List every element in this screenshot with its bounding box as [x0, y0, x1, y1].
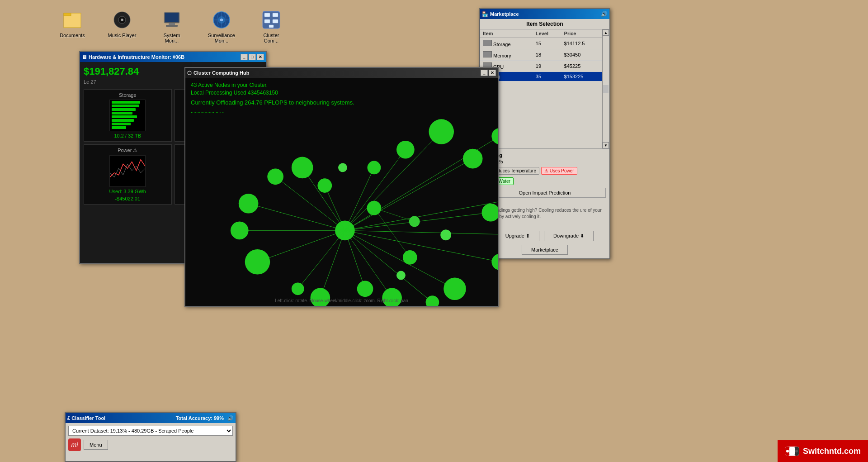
cluster-hint: Left-click: rotate. Mouse-wheel/middle-c… [275, 298, 408, 303]
svg-rect-19 [264, 19, 270, 23]
mp-cpu-price: $45225 [561, 61, 602, 72]
hw-storage-title: Storage [119, 92, 137, 98]
svg-point-5 [122, 19, 123, 21]
marketplace-downgrade-btn[interactable]: Downgrade ⬇ [544, 231, 594, 241]
marketplace-titlebar: 🏪 Marketplace 🔊 [480, 9, 609, 19]
hw-monitor-maximize[interactable]: □ [249, 54, 256, 60]
cluster-close[interactable]: ✕ [489, 70, 496, 76]
scroll-up-btn[interactable]: ▲ [603, 29, 609, 36]
cluster-content: 43 Active Nodes in your Cluster. Local P… [185, 78, 498, 306]
hw-power-card: Power ⚠ Used: 3.39 GWh -$45022.01 [84, 144, 172, 205]
svg-line-24 [345, 132, 441, 230]
svg-point-63 [292, 157, 313, 179]
svg-line-50 [320, 230, 345, 298]
svg-rect-9 [166, 25, 178, 27]
svg-point-57 [231, 221, 249, 239]
cluster-dots: .....................… [191, 108, 354, 114]
switchntd-label: Switchntd.com [803, 447, 861, 456]
svg-point-72 [396, 271, 406, 280]
desktop-icon-surveillance[interactable]: SurveillanceMon... [203, 9, 240, 43]
svg-point-51 [311, 288, 330, 306]
classifier-accuracy: Total Accuracy: 99% [176, 415, 224, 421]
mp-row-memory[interactable]: Memory 18 $30450 [480, 49, 602, 61]
marketplace-section-header: Item Selection [480, 19, 609, 29]
cluster-info: 43 Active Nodes in your Cluster. Local P… [191, 81, 354, 114]
svg-line-66 [374, 208, 414, 222]
hw-power-visual [109, 155, 146, 187]
cluster-title: Cluster Computing Hub [193, 70, 249, 76]
mp-page-indicator: 5 / ∞ [484, 200, 606, 205]
marketplace-title: Marketplace [490, 11, 519, 17]
mp-storage-name: Storage [480, 38, 533, 49]
svg-line-58 [249, 204, 345, 231]
hw-level-value: 27 [90, 79, 96, 85]
classifier-sound-icon[interactable]: 🔊 [227, 415, 234, 421]
mp-detail-tags-row2: Uses Water [484, 177, 606, 185]
marketplace-scrollbar[interactable]: ▲ ▼ [602, 29, 609, 148]
desktop-icons: Documents Music Player [0, 0, 344, 52]
svg-line-68 [374, 208, 410, 257]
mp-detail-description: eter readings getting high? Cooling redu… [484, 207, 606, 220]
classifier-menu-btn[interactable]: Menu [84, 440, 108, 450]
hw-monitor-controls: _ □ ✕ [241, 54, 264, 60]
svg-rect-20 [273, 19, 278, 23]
switchntd-badge: Switchntd.com [778, 440, 868, 462]
marketplace-btn[interactable]: Marketplace [522, 245, 568, 255]
mp-row-storage[interactable]: Storage 15 $14112.5 [480, 38, 602, 49]
mp-memory-level: 18 [533, 49, 561, 61]
desktop-icon-documents[interactable]: Documents [54, 9, 90, 43]
desktop-icon-music[interactable]: Music Player [104, 9, 140, 43]
classifier-header-right: Total Accuracy: 99% 🔊 [176, 415, 234, 421]
hw-storage-card: Storage 10.2 / 32 TB [84, 89, 172, 142]
mp-storage-level: 15 [533, 38, 561, 49]
svg-rect-8 [169, 23, 175, 25]
switch-logo-icon [785, 444, 799, 458]
marketplace-sound[interactable]: 🔊 [601, 11, 608, 17]
mp-detail-title: Cooling [484, 152, 606, 158]
svg-line-34 [345, 199, 498, 230]
hw-monitor-minimize[interactable]: _ [241, 54, 248, 60]
cluster-controls: _ ✕ [481, 70, 496, 76]
svg-line-32 [345, 167, 374, 230]
mp-detail-tags: ⬆ Reduces Temperature ⚠ Uses Power [484, 167, 606, 175]
svg-line-54 [257, 230, 344, 262]
hw-monitor-close[interactable]: ✕ [257, 54, 264, 60]
cluster-minimize[interactable]: _ [481, 70, 488, 76]
surveillance-label: SurveillanceMon... [208, 33, 235, 43]
system-icon [161, 9, 183, 31]
classifier-dataset-select[interactable]: Current Dataset: 19.13% - 480.29GB - Scr… [68, 426, 233, 436]
marketplace-upgrade-btn[interactable]: Upgrade ⬆ [496, 231, 539, 241]
svg-point-70 [338, 163, 347, 172]
classifier-content: Current Dataset: 19.13% - 480.29GB - Scr… [66, 423, 236, 461]
hw-storage-visual [109, 100, 146, 131]
svg-rect-78 [789, 448, 795, 455]
svg-rect-17 [264, 13, 270, 17]
cluster-title-left: ⬡ Cluster Computing Hub [187, 70, 249, 76]
mp-detail-price: $153225 [484, 159, 606, 164]
svg-rect-7 [165, 13, 179, 22]
svg-point-71 [440, 229, 451, 240]
cluster-local-processing: Local Processing Used 4345463150 [191, 89, 354, 97]
scroll-thumb [603, 85, 609, 93]
marketplace-detail: Cooling $153225 ⬆ Reduces Temperature ⚠ … [480, 148, 609, 227]
svg-line-64 [325, 186, 345, 230]
surveillance-icon [211, 9, 232, 31]
hw-storage-value: 10.2 / 32 TB [114, 133, 141, 138]
marketplace-content: Item Selection ▲ ▼ Item Level Price [480, 19, 609, 258]
cluster-offloading: Currently Offloading 264.76 PFLOPS to ne… [191, 99, 354, 107]
mp-storage-icon [483, 40, 492, 46]
svg-point-41 [482, 204, 498, 222]
desktop-icon-system[interactable]: SystemMon... [154, 9, 190, 43]
classifier-title: £ Classifier Tool [67, 415, 105, 421]
mp-cooling-level: 35 [533, 72, 561, 81]
hw-monitor-icon: 🖥 [82, 54, 87, 60]
svg-point-43 [443, 277, 466, 300]
svg-line-42 [345, 230, 455, 289]
documents-icon [61, 9, 83, 31]
desktop-icon-cluster[interactable]: ClusterCom... [253, 9, 289, 43]
svg-point-59 [239, 194, 259, 214]
scroll-down-btn[interactable]: ▼ [603, 142, 609, 148]
marketplace-impact-btn[interactable]: Open Impact Prediction [484, 188, 606, 198]
svg-line-62 [302, 167, 345, 230]
svg-point-65 [317, 178, 332, 193]
